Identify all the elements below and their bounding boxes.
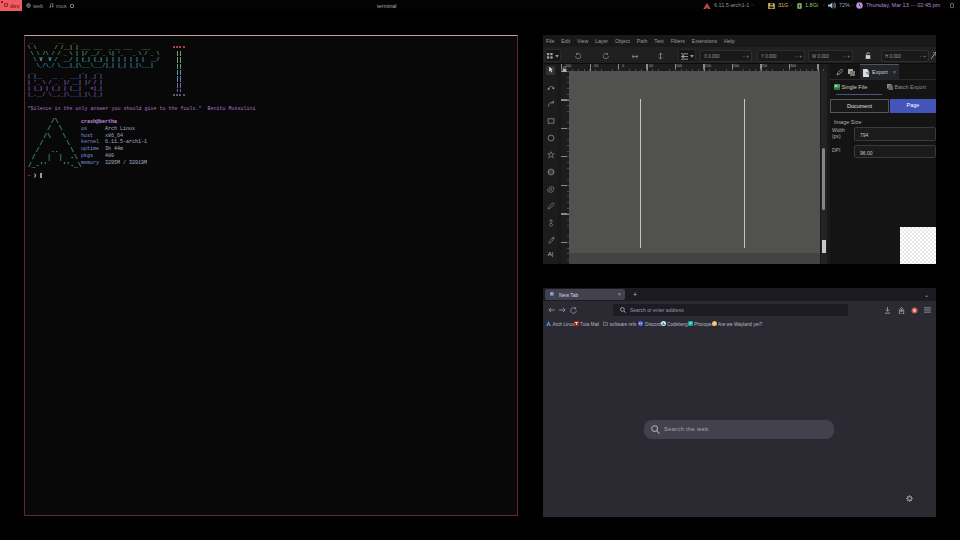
svg-text:P: P — [689, 321, 692, 326]
